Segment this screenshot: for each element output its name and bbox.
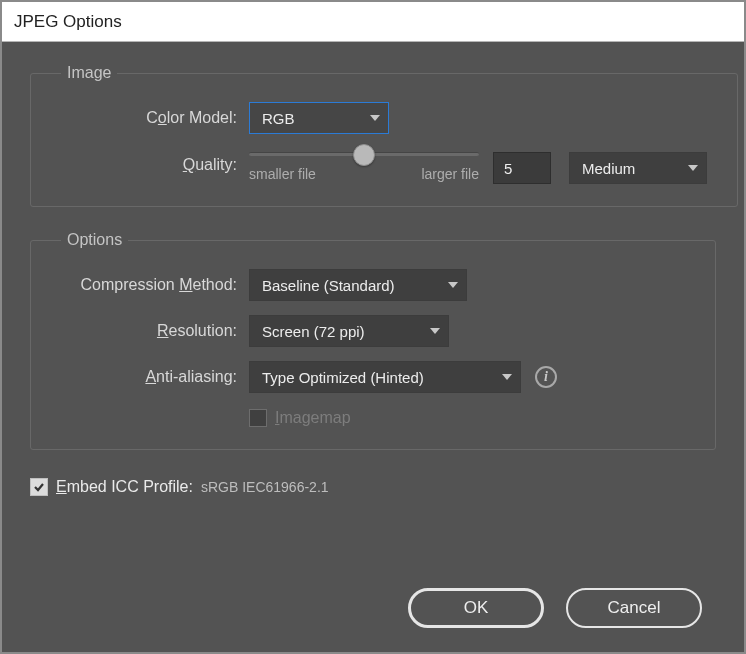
compression-row: Compression Method: Baseline (Standard) <box>61 269 685 301</box>
slider-thumb[interactable] <box>353 144 375 166</box>
resolution-row: Resolution: Screen (72 ppi) <box>61 315 685 347</box>
compression-label: Compression Method: <box>61 276 249 294</box>
resolution-label: Resolution: <box>61 322 249 340</box>
color-model-select[interactable]: RGB <box>249 102 389 134</box>
anti-aliasing-value: Type Optimized (Hinted) <box>262 369 424 386</box>
anti-aliasing-row: Anti-aliasing: Type Optimized (Hinted) i <box>61 361 685 393</box>
info-icon[interactable]: i <box>535 366 557 388</box>
embed-icc-row: Embed ICC Profile: sRGB IEC61966-2.1 <box>30 478 716 496</box>
resolution-value: Screen (72 ppi) <box>262 323 365 340</box>
title-bar: JPEG Options <box>2 2 744 42</box>
quality-preset-select[interactable]: Medium <box>569 152 707 184</box>
window-title: JPEG Options <box>14 12 122 31</box>
slider-track <box>249 152 479 156</box>
color-model-value: RGB <box>262 110 295 127</box>
anti-aliasing-label: Anti-aliasing: <box>61 368 249 386</box>
quality-label: Quality: <box>61 152 249 174</box>
color-model-label: Color Model: <box>61 109 249 127</box>
image-group-legend: Image <box>61 64 117 82</box>
ok-button[interactable]: OK <box>408 588 544 628</box>
imagemap-label: Imagemap <box>275 409 351 427</box>
chevron-down-icon <box>448 282 458 288</box>
dialog-content: Image Color Model: RGB Quality: <box>2 42 744 652</box>
options-group-legend: Options <box>61 231 128 249</box>
quality-preset-value: Medium <box>582 160 635 177</box>
options-group: Options Compression Method: Baseline (St… <box>30 231 716 450</box>
quality-slider[interactable]: smaller file larger file <box>249 152 479 182</box>
imagemap-checkbox <box>249 409 267 427</box>
compression-value: Baseline (Standard) <box>262 277 395 294</box>
resolution-select[interactable]: Screen (72 ppi) <box>249 315 449 347</box>
cancel-button[interactable]: Cancel <box>566 588 702 628</box>
dialog-footer: OK Cancel <box>30 582 716 630</box>
slider-min-label: smaller file <box>249 166 316 182</box>
compression-select[interactable]: Baseline (Standard) <box>249 269 467 301</box>
anti-aliasing-select[interactable]: Type Optimized (Hinted) <box>249 361 521 393</box>
image-group: Image Color Model: RGB Quality: <box>30 64 738 207</box>
chevron-down-icon <box>430 328 440 334</box>
embed-icc-label: Embed ICC Profile: <box>56 478 193 496</box>
quality-row: Quality: smaller file larger file Medium <box>61 152 707 184</box>
slider-captions: smaller file larger file <box>249 166 479 182</box>
slider-max-label: larger file <box>421 166 479 182</box>
chevron-down-icon <box>370 115 380 121</box>
embed-icc-checkbox[interactable] <box>30 478 48 496</box>
jpeg-options-dialog: JPEG Options Image Color Model: RGB Qual… <box>0 0 746 654</box>
chevron-down-icon <box>502 374 512 380</box>
quality-input[interactable] <box>493 152 551 184</box>
color-model-row: Color Model: RGB <box>61 102 707 134</box>
imagemap-row: Imagemap <box>61 409 685 427</box>
embed-icc-profile-name: sRGB IEC61966-2.1 <box>201 479 329 495</box>
chevron-down-icon <box>688 165 698 171</box>
